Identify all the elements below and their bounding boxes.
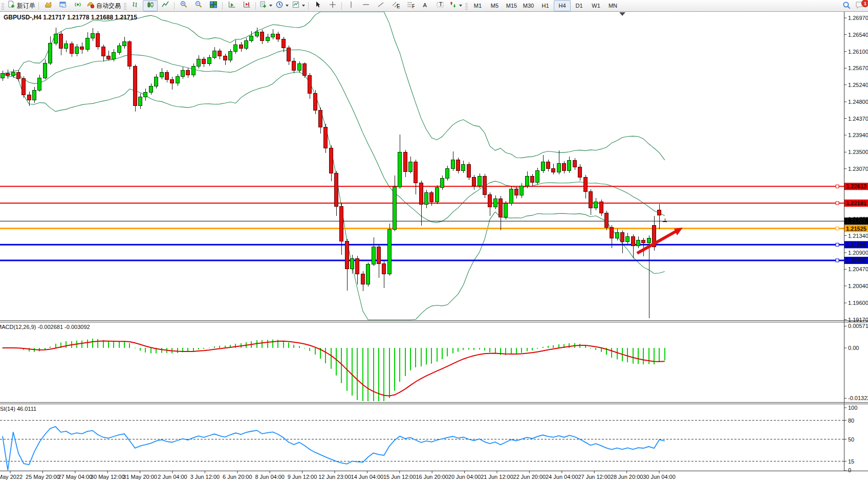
periods-button[interactable] [274, 0, 290, 11]
timeframe-W1-button[interactable]: W1 [588, 0, 604, 11]
horizontal-line-button[interactable] [358, 0, 373, 11]
svg-text:E: E [397, 3, 400, 9]
svg-text:6 Jun 20:00: 6 Jun 20:00 [223, 474, 252, 480]
trend-line-icon [377, 1, 385, 11]
timeframe-M30-button[interactable]: M30 [520, 0, 537, 11]
toolbar-grip [124, 2, 126, 10]
rsi-line [3, 427, 665, 470]
vertical-line-button[interactable] [343, 0, 358, 11]
bollinger-middle [3, 50, 665, 223]
toolbar-right: 1 [842, 1, 865, 12]
svg-text:1.19170: 1.19170 [848, 317, 868, 323]
hline-handle[interactable] [836, 227, 839, 230]
macd-indicator-label: MACD(12,26,9) -0.002681 -0.003092 [0, 324, 90, 330]
timeframe-D1-button[interactable]: D1 [571, 0, 588, 11]
auto-scroll-icon [228, 1, 236, 11]
hline-handle[interactable] [836, 185, 839, 188]
chevron-down-icon[interactable] [286, 5, 289, 7]
svg-text:1.26970: 1.26970 [848, 15, 868, 21]
svg-text:1.25670: 1.25670 [848, 65, 868, 71]
text-label-icon: T [436, 1, 444, 11]
bar-chart-button[interactable] [128, 0, 143, 11]
auto-trading-button[interactable]: 自动交易 [85, 0, 122, 11]
timeframe-M5-button[interactable]: M5 [486, 0, 503, 11]
chart-frame [0, 11, 868, 471]
svg-text:12 Jun 23:00: 12 Jun 23:00 [318, 474, 351, 480]
search-icon[interactable] [842, 1, 851, 12]
svg-text:3 Jun 12:00: 3 Jun 12:00 [190, 474, 220, 480]
svg-text:1.26100: 1.26100 [848, 49, 868, 55]
chart-canvas[interactable]: 1.269701.265401.261001.256701.252401.248… [0, 0, 868, 485]
tile-windows-button[interactable] [206, 0, 221, 11]
time-axis[interactable]: May 202225 May 20:0027 May 04:0030 May 1… [0, 471, 676, 480]
text-button[interactable]: A [418, 0, 432, 11]
svg-text:T: T [439, 1, 442, 7]
templates-button[interactable] [290, 0, 307, 11]
svg-text:1.24370: 1.24370 [848, 116, 868, 122]
new-order-button-label: 新订单 [17, 2, 35, 10]
zoom-in-button[interactable] [176, 0, 191, 11]
toolbar-separator [341, 2, 342, 10]
svg-text:27 Jun 12:00: 27 Jun 12:00 [578, 474, 611, 480]
toolbar-separator [255, 2, 256, 10]
toolbar-separator [308, 2, 309, 10]
chart-shift-button[interactable] [239, 0, 254, 11]
timeframe-H4-button[interactable]: H4 [554, 0, 571, 11]
trend-line-button[interactable] [373, 0, 388, 11]
market-watch-icon [59, 1, 67, 11]
new-order-button[interactable]: 新订单 [6, 0, 37, 11]
svg-text:30 May 12:00: 30 May 12:00 [91, 474, 125, 480]
bar-chart-icon [132, 1, 140, 11]
candlestick-button[interactable] [143, 0, 158, 11]
crosshair-button[interactable] [325, 0, 340, 11]
chevron-down-icon[interactable] [269, 5, 272, 7]
svg-text:1.21340: 1.21340 [848, 233, 868, 239]
svg-text:30 Jun 04:00: 30 Jun 04:00 [643, 474, 676, 480]
timeframe-M1-button[interactable]: M1 [469, 0, 486, 11]
svg-text:9 Jun 12:00: 9 Jun 12:00 [288, 474, 317, 480]
chevron-down-icon[interactable] [459, 5, 462, 7]
bollinger-upper [3, 12, 665, 160]
fibonacci-icon: F [406, 1, 415, 11]
svg-text:1.21106: 1.21106 [846, 241, 866, 248]
svg-text:27 May 04:00: 27 May 04:00 [58, 474, 92, 480]
arrows-button[interactable] [447, 0, 464, 11]
hline-handle[interactable] [836, 243, 839, 246]
svg-text:1.23940: 1.23940 [848, 132, 868, 138]
chevron-down-icon[interactable] [302, 5, 305, 7]
indicators-button[interactable] [257, 0, 274, 11]
hline-handle[interactable] [836, 202, 839, 205]
zoom-out-button[interactable] [191, 0, 206, 11]
line-chart-button[interactable] [158, 0, 172, 11]
zoom-out-icon [194, 1, 203, 11]
cursor-button[interactable] [310, 0, 325, 11]
toolbar-separator [222, 2, 223, 10]
auto-trading-icon [86, 1, 95, 11]
svg-text:1.20700: 1.20700 [846, 257, 866, 263]
timeframe-MN-button[interactable]: MN [604, 0, 621, 11]
svg-text:100: 100 [848, 405, 857, 411]
market-watch-button[interactable] [55, 0, 70, 11]
svg-text:0.00: 0.00 [848, 345, 859, 351]
news-button[interactable] [70, 0, 85, 11]
vertical-line-icon [347, 1, 355, 11]
fibonacci-button[interactable]: F [403, 0, 418, 11]
zoom-in-icon [180, 1, 188, 11]
svg-text:25 May 20:00: 25 May 20:00 [26, 474, 60, 480]
svg-text:A: A [423, 2, 427, 8]
equidistant-channel-button[interactable]: E [388, 0, 403, 11]
svg-text:24 Jun 04:00: 24 Jun 04:00 [546, 474, 578, 480]
profiles-button[interactable] [40, 0, 55, 11]
auto-scroll-button[interactable] [224, 0, 239, 11]
cursor-icon [314, 1, 322, 11]
indicators-icon [259, 1, 267, 11]
notifications-icon[interactable]: 1 [855, 1, 865, 12]
timeframe-H1-button[interactable]: H1 [537, 0, 554, 11]
chart-shift-icon [243, 1, 251, 11]
chart-shift-marker[interactable] [619, 12, 625, 16]
text-label-button[interactable]: T [432, 0, 447, 11]
macd-signal-line [3, 341, 665, 396]
hline-handle[interactable] [836, 259, 839, 262]
svg-text:0.005716: 0.005716 [848, 323, 868, 329]
timeframe-M15-button[interactable]: M15 [503, 0, 520, 11]
